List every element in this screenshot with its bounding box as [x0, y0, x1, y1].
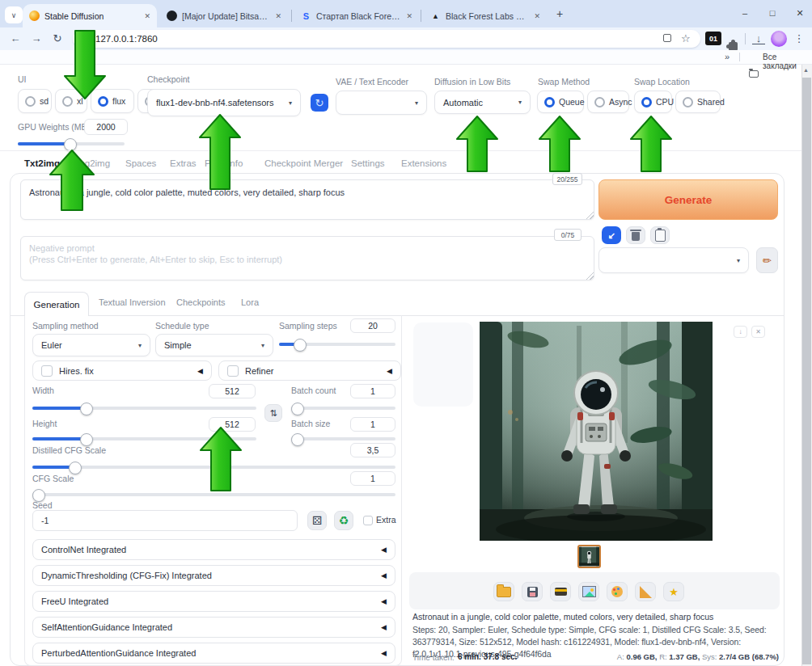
reuse-seed-button[interactable]: ♻ — [334, 511, 353, 530]
browser-tab-3[interactable]: S Стартап Black Forest Labs пре... ✕ — [294, 4, 419, 27]
tab-extensions[interactable]: Extensions — [401, 158, 446, 168]
swap-dimensions-button[interactable]: ⇅ — [264, 404, 282, 422]
extension-01-badge[interactable]: 01 — [705, 32, 721, 45]
tab-spaces[interactable]: Spaces — [125, 158, 156, 168]
refresh-checkpoint-button[interactable]: ↻ — [311, 94, 328, 112]
download-image-button[interactable]: ↓ — [734, 326, 747, 338]
checkbox-icon[interactable] — [41, 365, 53, 377]
tab-extras[interactable]: Extras — [170, 158, 197, 168]
slider-knob[interactable] — [291, 403, 304, 415]
refiner-accordion[interactable]: Refiner ◀ — [218, 360, 401, 381]
translate-icon[interactable] — [663, 34, 671, 42]
collapse-icon[interactable]: ◀ — [197, 367, 203, 375]
lowbits-dropdown[interactable]: Automatic ▾ — [434, 91, 531, 114]
accordion-freeu[interactable]: FreeU Integrated◀ — [32, 591, 395, 612]
clear-prompt-button[interactable] — [626, 226, 645, 244]
batch-size-input[interactable]: 1 — [350, 417, 395, 432]
subtab-lora[interactable]: Lora — [241, 297, 259, 307]
accordion-controlnet[interactable]: ControlNet Integrated◀ — [32, 539, 395, 560]
profile-avatar[interactable] — [771, 31, 787, 47]
prompt-textarea[interactable]: Astronaut in a jungle, cold color palett… — [20, 179, 594, 220]
radio-icon[interactable] — [683, 97, 693, 107]
batch-count-slider[interactable] — [291, 407, 395, 410]
browser-tab-4[interactable]: ▲ Black Forest Labs — лаборато... ✕ — [424, 4, 547, 27]
seed-input[interactable]: -1 — [32, 510, 298, 531]
gallery-thumbnail[interactable] — [577, 545, 601, 568]
close-window-button[interactable]: ✕ — [789, 3, 810, 23]
sampling-steps-slider[interactable] — [279, 343, 395, 346]
send-to-inpaint-button[interactable] — [607, 582, 628, 601]
slider-knob[interactable] — [80, 433, 93, 446]
swap-location-shared[interactable]: Shared — [675, 91, 721, 113]
accordion-perturbed-attention-guidance[interactable]: PerturbedAttentionGuidance Integrated◀ — [32, 643, 395, 664]
random-seed-button[interactable]: ⚄ — [307, 511, 327, 530]
resize-handle[interactable] — [586, 212, 594, 219]
cfg-slider[interactable] — [32, 493, 395, 496]
radio-selected-icon[interactable] — [544, 97, 555, 107]
subtab-generation[interactable]: Generation — [24, 292, 89, 316]
hires-fix-accordion[interactable]: Hires. fix ◀ — [32, 360, 212, 381]
paste-params-button[interactable]: ↙ — [602, 226, 621, 244]
swap-method-queue[interactable]: Queue — [537, 91, 584, 113]
send-to-extras-button[interactable] — [635, 582, 656, 601]
radio-icon[interactable] — [594, 97, 605, 107]
batch-count-input[interactable]: 1 — [350, 384, 395, 398]
address-bar[interactable] — [73, 30, 700, 48]
generated-image[interactable] — [480, 322, 713, 541]
swap-location-cpu[interactable]: CPU — [634, 91, 672, 113]
radio-selected-icon[interactable] — [641, 97, 652, 107]
close-tab-icon[interactable]: ✕ — [534, 12, 540, 20]
close-image-button[interactable]: ✕ — [751, 326, 765, 338]
send-to-spaces-button[interactable]: ★ — [663, 582, 684, 601]
close-tab-icon[interactable]: ✕ — [406, 12, 412, 20]
save-zip-button[interactable] — [550, 582, 571, 601]
edit-styles-button[interactable]: ✏ — [756, 247, 778, 273]
maximize-button[interactable]: □ — [762, 3, 783, 23]
apply-styles-button[interactable] — [650, 226, 670, 244]
download-icon[interactable]: ↓ — [752, 32, 765, 44]
reload-icon[interactable]: ↻ — [50, 32, 65, 44]
generate-button[interactable]: Generate — [598, 179, 778, 220]
bookmark-star-icon[interactable]: ☆ — [681, 32, 691, 44]
width-input[interactable]: 512 — [209, 384, 256, 398]
accordion-dynamic-thresholding[interactable]: DynamicThresholding (CFG-Fix) Integrated… — [32, 565, 395, 586]
forward-icon[interactable]: → — [29, 32, 44, 44]
extra-seed-checkbox[interactable] — [363, 516, 373, 525]
send-to-img2img-button[interactable] — [578, 582, 599, 601]
browser-tab-2[interactable]: [Major Update] BitsandBytes G... ✕ — [160, 4, 288, 27]
slider-knob[interactable] — [291, 433, 304, 446]
more-menu-icon[interactable]: ⋮ — [793, 32, 805, 44]
width-slider[interactable] — [32, 407, 256, 410]
back-icon[interactable]: ← — [8, 32, 23, 44]
close-tab-icon[interactable]: ✕ — [275, 12, 281, 20]
gpu-weights-slider[interactable] — [18, 142, 125, 145]
negative-prompt-textarea[interactable]: Negative prompt (Press Ctrl+Enter to gen… — [20, 236, 594, 280]
scrollbar-up-icon[interactable]: ▲ — [803, 67, 809, 73]
gpu-weights-input[interactable]: 2000 — [84, 119, 128, 135]
swap-method-async[interactable]: Async — [587, 91, 629, 113]
sampling-method-dropdown[interactable]: Euler▾ — [32, 334, 150, 356]
batch-size-slider[interactable] — [291, 437, 395, 440]
slider-knob[interactable] — [69, 462, 82, 474]
subtab-textual-inversion[interactable]: Textual Inversion — [99, 297, 166, 307]
tab-settings[interactable]: Settings — [351, 158, 385, 168]
cfg-input[interactable]: 1 — [350, 471, 395, 486]
minimize-button[interactable]: – — [734, 3, 755, 23]
new-tab-button[interactable]: + — [556, 7, 563, 20]
checkbox-icon[interactable] — [227, 365, 239, 377]
scrollbar-thumb[interactable] — [802, 78, 811, 664]
browser-tab-active[interactable]: Stable Diffusion ✕ — [23, 4, 157, 27]
slider-knob[interactable] — [80, 403, 93, 415]
close-tab-icon[interactable]: ✕ — [144, 12, 150, 20]
sampling-steps-input[interactable]: 20 — [350, 318, 395, 333]
vae-dropdown[interactable]: ▾ — [336, 91, 427, 115]
open-folder-button[interactable] — [493, 582, 514, 601]
accordion-self-attention-guidance[interactable]: SelfAttentionGuidance Integrated◀ — [32, 617, 395, 638]
tab-checkpoint-merger[interactable]: Checkpoint Merger — [264, 158, 343, 168]
schedule-type-dropdown[interactable]: Simple▾ — [155, 334, 273, 356]
collapse-icon[interactable]: ◀ — [387, 367, 392, 375]
slider-knob[interactable] — [294, 339, 307, 352]
checkpoint-dropdown[interactable]: flux1-dev-bnb-nf4.safetensors ▾ — [147, 89, 301, 116]
save-image-button[interactable] — [522, 582, 543, 601]
distilled-cfg-input[interactable]: 3,5 — [350, 443, 395, 457]
